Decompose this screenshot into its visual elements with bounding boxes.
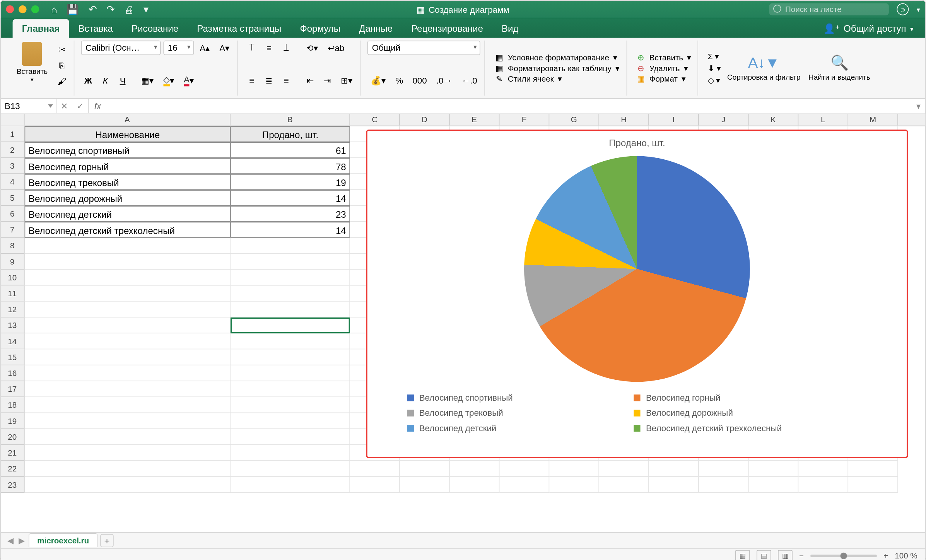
chart-object[interactable]: Продано, шт. Велосипед спортивныйВелосип… — [366, 130, 908, 458]
row-header[interactable]: 2 — [1, 142, 25, 158]
row-header[interactable]: 7 — [1, 222, 25, 238]
worksheet-grid[interactable]: ABCDEFGHIJKLM 1НаименованиеПродано, шт.2… — [1, 114, 926, 532]
column-header-C[interactable]: C — [350, 114, 400, 126]
zoom-in-button[interactable]: + — [883, 551, 888, 560]
font-select[interactable]: Calibri (Осн… — [81, 41, 161, 55]
conditional-formatting-button[interactable]: ▦Условное форматирование ▾ — [492, 52, 622, 63]
percent-button[interactable]: % — [392, 73, 407, 88]
cell[interactable] — [231, 477, 350, 493]
column-header-E[interactable]: E — [450, 114, 500, 126]
sheet-next-button[interactable]: ▶ — [17, 536, 26, 545]
cell[interactable] — [25, 270, 231, 285]
autosum-button[interactable]: Σ ▾ — [705, 51, 723, 61]
number-format-select[interactable]: Общий — [367, 41, 480, 55]
sheet-prev-button[interactable]: ◀ — [6, 536, 14, 545]
bold-button[interactable]: Ж — [81, 73, 96, 88]
cell[interactable]: 14 — [231, 190, 350, 206]
cell[interactable] — [848, 461, 898, 477]
page-break-view-button[interactable]: ▥ — [778, 550, 793, 560]
format-cells-button[interactable]: ▦Формат ▾ — [634, 73, 694, 84]
insert-cells-button[interactable]: ⊕Вставить ▾ — [634, 52, 694, 63]
cell[interactable] — [848, 477, 898, 493]
fill-button[interactable]: ⬇ ▾ — [705, 63, 723, 73]
clear-button[interactable]: ◇ ▾ — [705, 75, 723, 85]
tab-view[interactable]: Вид — [492, 19, 528, 38]
cell[interactable] — [231, 349, 350, 365]
user-dropdown-icon[interactable]: ▾ — [917, 6, 920, 13]
print-icon[interactable]: 🖨 — [124, 3, 134, 15]
cell[interactable] — [231, 333, 350, 349]
cell[interactable] — [25, 477, 231, 493]
row-header[interactable]: 14 — [1, 333, 25, 349]
cell[interactable] — [499, 477, 549, 493]
row-header[interactable]: 22 — [1, 461, 25, 477]
cell[interactable] — [25, 238, 231, 254]
cell[interactable] — [549, 477, 599, 493]
cell[interactable]: Велосипед трековый — [25, 174, 231, 190]
cell[interactable]: 78 — [231, 158, 350, 174]
row-header[interactable]: 1 — [1, 126, 25, 142]
cell[interactable] — [25, 461, 231, 477]
orientation-button[interactable]: ⟲▾ — [303, 41, 321, 55]
sort-filter-button[interactable]: A↓▼ Сортировка и фильтр — [723, 55, 805, 82]
merge-button[interactable]: ⊞▾ — [337, 73, 356, 88]
fill-color-button[interactable]: ◇▾ — [160, 73, 178, 88]
maximize-window-button[interactable] — [31, 5, 39, 14]
cell[interactable] — [25, 333, 231, 349]
cell[interactable] — [699, 477, 749, 493]
align-center-button[interactable]: ≣ — [262, 73, 277, 88]
align-middle-button[interactable]: ≡ — [262, 41, 277, 55]
redo-icon[interactable]: ↷ — [106, 3, 115, 15]
cell[interactable] — [649, 477, 699, 493]
tab-formulas[interactable]: Формулы — [290, 19, 350, 38]
cell[interactable]: 14 — [231, 222, 350, 238]
cell[interactable] — [231, 365, 350, 381]
column-header-L[interactable]: L — [798, 114, 848, 126]
cell[interactable] — [748, 477, 798, 493]
cell[interactable] — [25, 318, 231, 333]
increase-font-button[interactable]: A▴ — [196, 41, 214, 55]
search-input[interactable]: Поиск на листе — [769, 3, 889, 15]
cell[interactable] — [450, 477, 500, 493]
cell[interactable]: 61 — [231, 142, 350, 158]
cell[interactable] — [450, 461, 500, 477]
cell[interactable] — [549, 461, 599, 477]
wrap-text-button[interactable]: ↩ab — [324, 41, 348, 55]
decrease-font-button[interactable]: A▾ — [216, 41, 233, 55]
row-header[interactable]: 13 — [1, 318, 25, 333]
page-layout-view-button[interactable]: ▤ — [757, 550, 771, 560]
cell[interactable]: Велосипед дорожный — [25, 190, 231, 206]
zoom-label[interactable]: 100 % — [895, 551, 917, 560]
cell[interactable] — [649, 461, 699, 477]
row-header[interactable]: 18 — [1, 397, 25, 413]
cell[interactable] — [25, 381, 231, 397]
tab-review[interactable]: Рецензирование — [402, 19, 492, 38]
sheet-tab[interactable]: microexcel.ru — [29, 533, 98, 547]
cell-styles-button[interactable]: ✎Стили ячеек ▾ — [492, 73, 622, 84]
column-header-F[interactable]: F — [499, 114, 549, 126]
cell[interactable] — [350, 461, 400, 477]
align-right-button[interactable]: ≡ — [279, 73, 294, 88]
save-icon[interactable]: 💾 — [67, 3, 79, 15]
cell[interactable] — [231, 429, 350, 445]
cell[interactable] — [231, 445, 350, 461]
tab-insert[interactable]: Вставка — [69, 19, 122, 38]
cell[interactable]: Продано, шт. — [231, 126, 350, 142]
column-header-H[interactable]: H — [599, 114, 649, 126]
cell[interactable] — [400, 461, 450, 477]
normal-view-button[interactable]: ▦ — [735, 550, 750, 560]
cell[interactable] — [599, 477, 649, 493]
cell[interactable] — [798, 461, 848, 477]
tab-page-layout[interactable]: Разметка страницы — [188, 19, 290, 38]
find-select-button[interactable]: 🔍 Найти и выделить — [805, 55, 874, 82]
user-account-icon[interactable]: ☺ — [897, 3, 909, 15]
align-bottom-button[interactable]: ⟘ — [279, 41, 294, 55]
format-painter-button[interactable]: 🖌 — [54, 74, 69, 89]
row-header[interactable]: 20 — [1, 429, 25, 445]
decrease-decimal-button[interactable]: ←.0 — [458, 73, 480, 88]
tab-data[interactable]: Данные — [350, 19, 402, 38]
cell[interactable] — [25, 397, 231, 413]
name-box[interactable]: B13 — [1, 99, 56, 113]
row-header[interactable]: 17 — [1, 381, 25, 397]
cell[interactable] — [599, 461, 649, 477]
